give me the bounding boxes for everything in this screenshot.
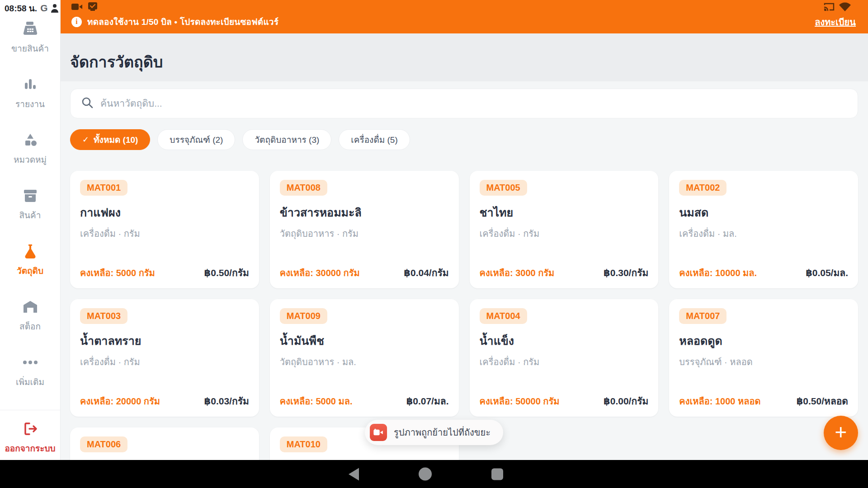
material-stock: คงเหลือ: 1000 หลอด <box>679 394 760 408</box>
info-icon: i <box>71 17 82 27</box>
material-code-badge: MAT010 <box>280 436 327 452</box>
filter-chip-food[interactable]: วัตถุดิบอาหาร (3) <box>242 129 331 150</box>
status-bar-right <box>824 2 851 13</box>
material-card-footer: คงเหลือ: 5000 กรัม ฿0.50/กรัม <box>80 265 249 280</box>
material-card-footer: คงเหลือ: 3000 กรัม ฿0.30/กรัม <box>480 265 649 280</box>
material-card[interactable]: MAT005 ชาไทย เครื่องดื่ม · กรัม คงเหลือ:… <box>470 171 659 288</box>
trial-banner-message: i ทดลองใช้งาน 1/50 บิล • โปรดลงทะเบียนซอ… <box>71 15 278 28</box>
material-category-unit: เครื่องดื่ม · มล. <box>679 226 848 241</box>
logout-icon <box>23 422 38 437</box>
material-code-badge: MAT005 <box>480 180 527 196</box>
flask-icon <box>23 243 38 259</box>
material-code-badge: MAT003 <box>80 308 127 324</box>
check-icon: ✓ <box>82 135 89 145</box>
material-name: ข้าวสารหอมมะลิ <box>280 203 449 221</box>
status-bar-left: 08:58 น. G <box>5 1 68 15</box>
sidebar-item-label: ขายสินค้า <box>11 42 49 55</box>
material-card[interactable]: MAT004 น้ำแข็ง เครื่องดื่ม · กรัม คงเหลื… <box>470 299 659 417</box>
box-icon <box>23 188 38 204</box>
material-stock: คงเหลือ: 30000 กรัม <box>280 266 360 280</box>
material-code-badge: MAT007 <box>679 308 726 324</box>
video-camera-status-icon <box>71 3 82 13</box>
search-input[interactable] <box>100 98 847 109</box>
material-code-badge: MAT006 <box>80 436 127 452</box>
cash-register-icon <box>22 21 38 37</box>
material-card[interactable]: MAT008 ข้าวสารหอมมะลิ วัตถุดิบอาหาร · กร… <box>270 171 459 288</box>
material-price: ฿0.50/หลอด <box>797 394 848 408</box>
register-link[interactable]: ลงทะเบียน <box>815 15 856 29</box>
sidebar-item-label: สินค้า <box>19 208 41 222</box>
material-price: ฿0.30/กรัม <box>604 265 648 280</box>
trial-banner: i ทดลองใช้งาน 1/50 บิล • โปรดลงทะเบียนซอ… <box>61 0 868 33</box>
material-card[interactable]: MAT007 หลอดดูด บรรจุภัณฑ์ · หลอด คงเหลือ… <box>669 299 858 417</box>
cast-icon <box>824 2 835 13</box>
sidebar-item-stock[interactable]: สต็อก <box>0 299 60 333</box>
shapes-icon <box>23 132 38 148</box>
plus-icon: + <box>835 422 847 442</box>
material-category-unit: บรรจุภัณฑ์ · หลอด <box>679 355 848 369</box>
material-stock: คงเหลือ: 10000 มล. <box>679 266 757 280</box>
video-camera-toast-icon <box>370 424 387 441</box>
material-card-footer: คงเหลือ: 30000 กรัม ฿0.04/กรัม <box>280 265 449 280</box>
more-dots-icon <box>23 354 38 371</box>
material-price: ฿0.05/มล. <box>806 265 848 280</box>
material-card-footer: คงเหลือ: 20000 กรัม ฿0.03/กรัม <box>80 394 249 408</box>
add-material-fab[interactable]: + <box>824 416 858 450</box>
sidebar-item-sell[interactable]: ขายสินค้า <box>0 21 60 55</box>
material-card-footer: คงเหลือ: 50000 กรัม ฿0.00/กรัม <box>480 394 649 408</box>
material-card[interactable]: MAT009 น้ำมันพืช วัตถุดิบอาหาร · มล. คงเ… <box>270 299 459 417</box>
android-recents-button[interactable] <box>491 468 503 480</box>
material-name: น้ำแข็ง <box>480 332 649 350</box>
logout-label: ออกจากระบบ <box>5 441 55 455</box>
material-code-badge: MAT009 <box>280 308 327 324</box>
material-category-unit: เครื่องดื่ม · กรัม <box>80 226 249 241</box>
material-price: ฿0.50/กรัม <box>204 265 249 280</box>
sidebar-item-reports[interactable]: รายงาน <box>0 76 60 111</box>
person-notification-icon <box>51 4 59 13</box>
material-stock: คงเหลือ: 5000 กรัม <box>80 266 155 280</box>
material-card-footer: คงเหลือ: 5000 มล. ฿0.07/มล. <box>280 394 449 408</box>
sidebar-nav: ขายสินค้า รายงาน หมวดหมู่ สินค้า วัตถุดิ… <box>0 21 60 410</box>
sidebar-item-label: รายงาน <box>15 97 45 111</box>
sidebar-item-label: สต็อก <box>19 319 41 333</box>
sidebar-item-label: หมวดหมู่ <box>14 153 47 166</box>
material-category-unit: เครื่องดื่ม · กรัม <box>480 226 649 241</box>
message-check-status-icon <box>88 2 98 13</box>
material-card[interactable]: MAT003 น้ำตาลทราย เครื่องดื่ม · กรัม คงเ… <box>70 299 259 417</box>
material-name: กาแฟผง <box>80 203 249 221</box>
material-code-badge: MAT004 <box>480 308 527 324</box>
android-back-button[interactable] <box>349 468 359 480</box>
material-card[interactable]: MAT002 นมสด เครื่องดื่ม · มล. คงเหลือ: 1… <box>669 171 858 288</box>
sidebar-item-more[interactable]: เพิ่มเติม <box>0 354 60 389</box>
status-notification-icons <box>71 2 98 13</box>
material-name: นมสด <box>679 203 848 221</box>
sidebar-item-products[interactable]: สินค้า <box>0 188 60 222</box>
toast-notification: รูปภาพถูกย้ายไปที่ถังขยะ <box>365 420 503 445</box>
search-icon <box>81 97 93 110</box>
filter-chip-all[interactable]: ✓ ทั้งหมด (10) <box>70 129 150 150</box>
material-name: น้ำตาลทราย <box>80 332 249 350</box>
material-name: ชาไทย <box>480 203 649 221</box>
filter-chip-packaging[interactable]: บรรจุภัณฑ์ (2) <box>157 129 235 150</box>
warehouse-icon <box>23 299 38 315</box>
sidebar-item-categories[interactable]: หมวดหมู่ <box>0 132 60 166</box>
material-name: หลอดดูด <box>679 332 848 350</box>
filter-chip-label: ทั้งหมด (10) <box>94 133 138 146</box>
material-card[interactable]: MAT001 กาแฟผง เครื่องดื่ม · กรัม คงเหลือ… <box>70 171 259 288</box>
page-title: จัดการวัตถุดิบ <box>70 50 163 74</box>
filter-chip-label: บรรจุภัณฑ์ (2) <box>170 133 223 146</box>
filter-chip-beverage[interactable]: เครื่องดื่ม (5) <box>339 129 410 150</box>
sidebar: 08:58 น. G ขายสินค้า รายงาน หมวดหมู่ <box>0 0 61 460</box>
android-navigation-bar <box>0 460 868 488</box>
status-time: 08:58 น. <box>5 1 37 15</box>
filter-chips: ✓ ทั้งหมด (10) บรรจุภัณฑ์ (2) วัตถุดิบอา… <box>70 129 858 150</box>
android-home-button[interactable] <box>419 468 432 481</box>
search-bar <box>70 89 858 118</box>
bar-chart-icon <box>23 76 38 93</box>
material-stock: คงเหลือ: 5000 มล. <box>280 394 353 408</box>
material-code-badge: MAT008 <box>280 180 327 196</box>
sidebar-item-materials[interactable]: วัตถุดิบ <box>0 243 60 277</box>
material-price: ฿0.00/กรัม <box>604 394 648 408</box>
material-category-unit: วัตถุดิบอาหาร · มล. <box>280 355 449 369</box>
material-price: ฿0.04/กรัม <box>404 265 448 280</box>
